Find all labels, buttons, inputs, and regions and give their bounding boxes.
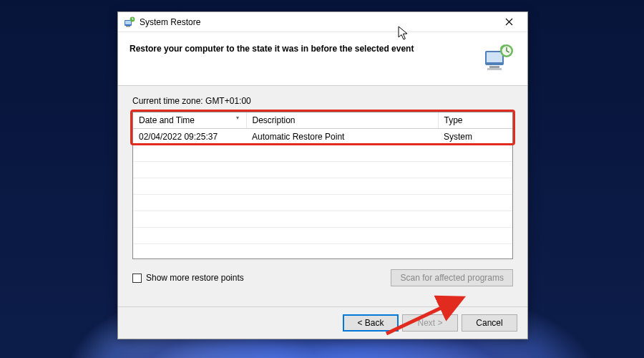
checkbox-box-icon (132, 274, 142, 283)
titlebar[interactable]: System Restore (118, 12, 527, 32)
svg-rect-2 (126, 26, 130, 27)
cancel-button[interactable]: Cancel (462, 314, 517, 332)
wizard-footer: < Back Next > Cancel (118, 306, 527, 339)
table-row-empty: . (133, 228, 512, 244)
svg-rect-7 (487, 68, 502, 70)
cell-type: System (438, 129, 512, 145)
col-date-time[interactable]: Date and Time ▾ (133, 112, 246, 129)
show-more-checkbox[interactable]: Show more restore points (132, 273, 244, 283)
col-label: Date and Time (139, 115, 195, 125)
back-button[interactable]: < Back (343, 314, 399, 332)
table-header-row[interactable]: Date and Time ▾ Description Type (133, 112, 512, 129)
system-restore-window: System Restore Restore your computer to … (117, 11, 528, 339)
close-icon (505, 18, 513, 26)
page-heading: Restore your computer to the state it wa… (130, 42, 479, 54)
restore-illustration-icon (483, 42, 516, 72)
cell-date-time: 02/04/2022 09:25:37 (133, 129, 246, 145)
svg-rect-6 (489, 66, 499, 68)
table-row-empty: . (133, 211, 512, 228)
table-row-empty: . (133, 195, 512, 211)
close-button[interactable] (496, 12, 522, 32)
table-row-empty: . (133, 162, 512, 178)
window-title: System Restore (140, 17, 200, 27)
timezone-label: Current time zone: GMT+01:00 (132, 96, 513, 106)
next-button: Next > (402, 314, 458, 332)
col-description[interactable]: Description (246, 112, 438, 129)
system-restore-icon (124, 16, 135, 28)
table-row-empty: . (133, 244, 512, 261)
svg-rect-5 (487, 52, 502, 62)
svg-rect-1 (125, 21, 131, 24)
content-area: Current time zone: GMT+01:00 Date and Ti… (118, 86, 527, 306)
sort-descending-icon: ▾ (236, 115, 239, 121)
cell-description: Automatic Restore Point (246, 129, 438, 145)
restore-points-table[interactable]: Date and Time ▾ Description Type 02/04/2… (132, 112, 513, 259)
scan-affected-button: Scan for affected programs (391, 269, 513, 286)
col-label: Description (253, 115, 296, 125)
table-row-empty: . (133, 178, 512, 195)
show-more-label: Show more restore points (146, 273, 244, 283)
col-type[interactable]: Type (438, 112, 512, 129)
header-banner: Restore your computer to the state it wa… (118, 32, 527, 85)
col-label: Type (444, 115, 463, 125)
table-row[interactable]: 02/04/2022 09:25:37 Automatic Restore Po… (133, 129, 512, 145)
table-row-empty: . (133, 145, 512, 162)
